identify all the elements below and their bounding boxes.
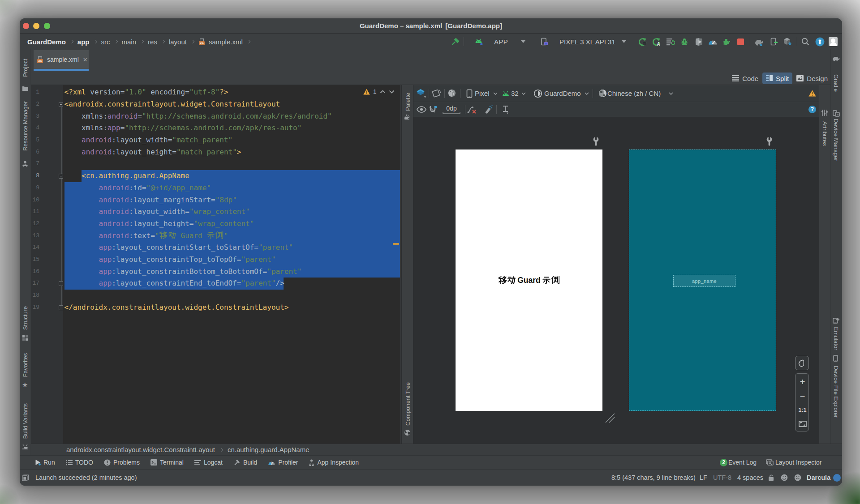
svg-text:A: A: [657, 42, 660, 46]
svg-text:<>: <>: [200, 41, 204, 45]
svg-text:<>: <>: [38, 59, 42, 63]
